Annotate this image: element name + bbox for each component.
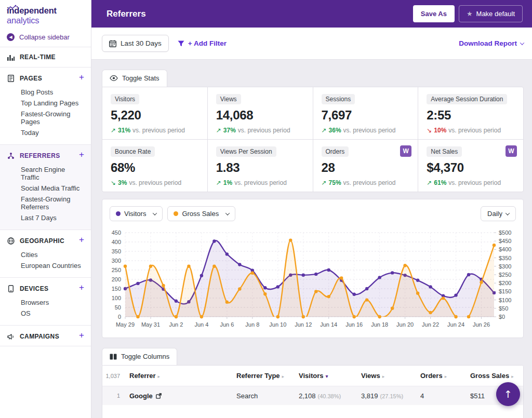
make-default-button[interactable]: ★ Make default: [459, 5, 523, 22]
stat-label: Views Per Session: [216, 146, 276, 157]
stat-change: 31%: [118, 127, 130, 134]
column-header-referrer[interactable]: Referrer▸: [125, 372, 232, 380]
sidebar-item-browsers[interactable]: Browsers: [21, 297, 84, 308]
campaigns-add-button[interactable]: +: [79, 330, 84, 341]
gross-sales-series-dot: [174, 211, 178, 216]
date-range-button[interactable]: Last 30 Days: [102, 35, 169, 52]
pages-add-button[interactable]: +: [79, 72, 84, 83]
row-rank: 1: [102, 393, 125, 399]
toggle-stats-button[interactable]: Toggle Stats: [102, 70, 167, 87]
column-header-referrer-type[interactable]: Referrer Type▸: [232, 372, 295, 380]
sidebar-item-today[interactable]: Today: [21, 127, 84, 138]
svg-text:$400: $400: [499, 246, 511, 252]
referrer-link[interactable]: Google: [129, 392, 162, 400]
svg-text:$500: $500: [499, 230, 511, 236]
add-filter-button[interactable]: + Add Filter: [178, 39, 459, 47]
stat-value: $4,370: [427, 160, 515, 175]
interval-select[interactable]: Daily: [481, 206, 516, 221]
woocommerce-badge: W: [506, 145, 517, 157]
stat-change: 3%: [118, 179, 127, 186]
app-logo[interactable]: independent analytics: [0, 0, 91, 28]
save-as-button[interactable]: Save As: [413, 5, 455, 22]
sidebar-item-top-landing-pages[interactable]: Top Landing Pages: [21, 98, 84, 109]
trend-down-icon: [111, 179, 116, 186]
sidebar-item-referrers[interactable]: REFERRERS: [7, 152, 84, 160]
stat-note: vs. previous period: [238, 127, 290, 134]
svg-text:$0: $0: [499, 314, 505, 320]
svg-text:$350: $350: [499, 255, 511, 261]
stat-note: vs. previous period: [129, 179, 181, 186]
trend-up-icon: [216, 127, 221, 134]
stats-grid: Visitors 5,220 31%vs. previous period Vi…: [102, 87, 524, 192]
scroll-to-top-button[interactable]: ↑: [496, 382, 520, 406]
trend-up-icon: [322, 179, 327, 186]
sort-desc-icon: ▾: [325, 373, 328, 379]
referrers-network-icon: [7, 152, 15, 160]
table-row[interactable]: 1 Google Search 2,108(40.38%) 3,819(27.1…: [102, 386, 523, 405]
svg-text:$50: $50: [499, 305, 508, 312]
collapse-arrow-icon: ◀: [7, 33, 15, 41]
svg-text:150: 150: [112, 286, 121, 292]
external-link-icon: [156, 393, 162, 399]
toggle-columns-button[interactable]: Toggle Columns: [102, 348, 177, 365]
download-report-button[interactable]: Download Report: [459, 39, 524, 47]
visitors-series-dot: [116, 211, 121, 216]
sidebar-item-social-media-traffic[interactable]: Social Media Traffic: [21, 183, 84, 194]
stat-value: 14,068: [216, 108, 304, 123]
stat-note: vs. previous period: [343, 127, 396, 134]
sidebar-section-referrers: REFERRERS + Search Engine Traffic Social…: [0, 145, 91, 230]
sidebar-item-geographic[interactable]: GEOGRAPHIC: [7, 237, 84, 245]
sidebar-item-pages[interactable]: PAGES: [7, 74, 84, 83]
geographic-add-button[interactable]: +: [79, 235, 84, 245]
referrers-add-button[interactable]: +: [79, 150, 84, 160]
svg-text:350: 350: [112, 248, 121, 254]
sidebar-item-fastest-growing-referrers[interactable]: Fastest-Growing Referrers: [21, 194, 84, 212]
orders-cell: 4: [416, 392, 466, 400]
sidebar-item-last-7-days[interactable]: Last 7 Days: [21, 212, 84, 223]
main-area: Referrers Save As ★ Make default Last 30…: [91, 0, 532, 418]
column-header-views[interactable]: Views▸: [357, 372, 416, 380]
stat-card-net-sales: Net Sales W $4,370 61%vs. previous perio…: [418, 140, 523, 192]
sidebar-item-os[interactable]: OS: [21, 308, 84, 319]
trend-chart-card: Visitors Gross Sales Daily May 29May 31J…: [102, 199, 524, 338]
svg-text:Jun 26: Jun 26: [473, 321, 490, 328]
trend-up-icon: [427, 179, 432, 186]
sidebar-item-campaigns[interactable]: CAMPAIGNS: [7, 332, 84, 341]
stat-change: 36%: [329, 127, 341, 134]
sidebar-item-search-engine-traffic[interactable]: Search Engine Traffic: [21, 164, 84, 183]
sidebar-item-devices[interactable]: DEVICES: [7, 285, 84, 293]
line-chart[interactable]: May 29May 31Jun 2Jun 4Jun 6Jun 8Jun 10Ju…: [104, 226, 521, 334]
svg-text:Jun 12: Jun 12: [295, 321, 312, 328]
content-area: Toggle Stats Visitors 5,220 31%vs. previ…: [91, 60, 532, 418]
column-header-visitors[interactable]: Visitors▾: [295, 372, 357, 380]
devices-phone-icon: [7, 285, 15, 293]
stat-card-bounce-rate: Bounce Rate 68% 3%vs. previous period: [102, 140, 207, 192]
column-header-gross-sales[interactable]: Gross Sales▸: [466, 372, 523, 380]
stat-change: 10%: [434, 127, 446, 134]
sidebar-item-blog-posts[interactable]: Blog Posts: [21, 87, 84, 98]
devices-add-button[interactable]: +: [79, 282, 84, 293]
column-header-orders[interactable]: Orders▸: [416, 372, 466, 380]
stat-card-visitors: Visitors 5,220 31%vs. previous period: [102, 87, 207, 139]
stat-note: vs. previous period: [448, 179, 501, 186]
sidebar-item-realtime[interactable]: REAL-TIME: [0, 47, 91, 68]
sidebar-item-european-countries[interactable]: European Countries: [21, 260, 84, 271]
gross-sales-series-selector[interactable]: Gross Sales: [167, 206, 235, 221]
svg-text:$300: $300: [499, 263, 511, 269]
sidebar-item-cities[interactable]: Cities: [21, 249, 84, 260]
svg-text:$150: $150: [499, 288, 511, 294]
svg-text:Jun 6: Jun 6: [220, 321, 234, 328]
svg-text:0: 0: [118, 314, 121, 320]
visitors-series-selector[interactable]: Visitors: [110, 206, 163, 221]
svg-text:450: 450: [112, 230, 121, 236]
calendar-icon: [109, 40, 116, 47]
sidebar-item-fastest-growing-pages[interactable]: Fastest-Growing Pages: [21, 109, 84, 127]
svg-text:300: 300: [112, 258, 121, 264]
geographic-globe-icon: [7, 237, 15, 245]
svg-text:250: 250: [112, 267, 121, 273]
chevron-down-icon: [153, 211, 157, 215]
sidebar-section-campaigns: CAMPAIGNS +: [0, 326, 91, 346]
funnel-icon: [178, 41, 184, 47]
collapse-sidebar-button[interactable]: ◀ Collapse sidebar: [0, 28, 91, 47]
sidebar-section-geographic-label: GEOGRAPHIC: [20, 237, 64, 245]
